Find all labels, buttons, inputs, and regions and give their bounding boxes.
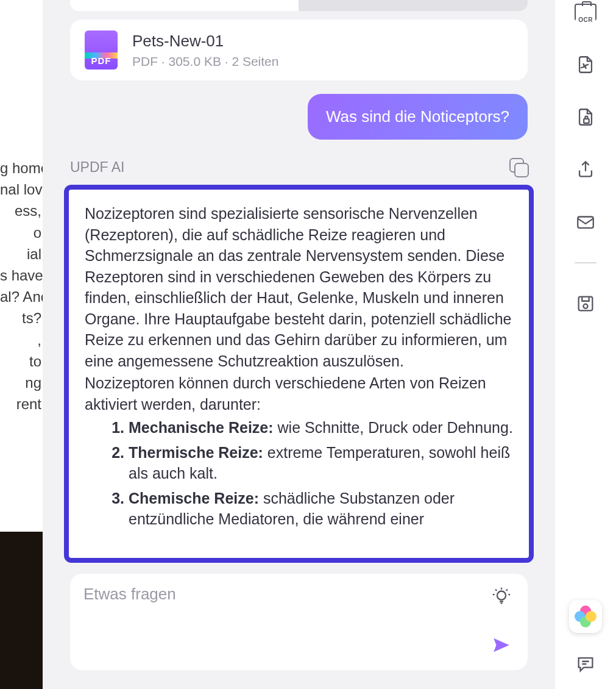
ai-label: UPDF AI (70, 159, 124, 176)
convert-file-icon[interactable] (573, 52, 598, 77)
document-text-fragment: ts? (0, 309, 43, 327)
document-text-fragment: to (0, 352, 43, 371)
pdf-icon: PDF (85, 30, 118, 70)
feedback-icon[interactable] (575, 654, 596, 677)
document-text-fragment: al? And (0, 287, 43, 306)
chat-input-placeholder: Etwas fragen (83, 585, 176, 603)
mail-icon[interactable] (573, 210, 598, 234)
document-text-fragment: , (0, 330, 43, 349)
answer-list-item-bold: Thermische Reize: (129, 444, 263, 461)
share-icon[interactable] (573, 157, 598, 182)
answer-paragraph: Nozizeptoren sind spezialisierte sensori… (85, 203, 513, 371)
right-toolbar (555, 0, 616, 689)
document-text-fragment: ess, (0, 201, 43, 220)
user-message: Was sind die Noticeptors? (308, 94, 528, 140)
file-name: Pets-New-01 (132, 32, 278, 51)
updf-brand-button[interactable] (569, 600, 602, 633)
tab-strip-fragment (55, 0, 543, 11)
ai-chat-panel: PDF Pets-New-01 PDF · 305.0 KB · 2 Seite… (43, 0, 555, 689)
svg-rect-1 (584, 119, 589, 123)
copy-icon[interactable] (509, 158, 528, 176)
answer-list-item-bold: Chemische Reize: (129, 490, 259, 507)
answer-paragraph: Nozizeptoren können durch verschiedene A… (85, 373, 513, 415)
ocr-button[interactable] (573, 0, 598, 24)
pdf-badge-text: PDF (85, 55, 118, 66)
answer-list-item: Thermische Reize: extreme Temperaturen, … (129, 442, 513, 484)
attached-file-card[interactable]: PDF Pets-New-01 PDF · 305.0 KB · 2 Seite… (70, 20, 528, 80)
chat-input[interactable]: Etwas fragen (70, 574, 528, 670)
send-icon[interactable] (491, 635, 512, 658)
document-text-fragment: o (0, 223, 43, 242)
file-meta: PDF · 305.0 KB · 2 Seiten (132, 54, 278, 69)
answer-list-item: Mechanische Reize: wie Schnitte, Druck o… (129, 417, 513, 438)
document-text-fragment: nal love (0, 180, 43, 199)
svg-point-0 (497, 591, 506, 600)
suggestion-icon[interactable] (491, 586, 512, 607)
toolbar-divider (575, 262, 597, 263)
answer-list-item-bold: Mechanische Reize: (129, 419, 274, 436)
lock-file-icon[interactable] (573, 105, 598, 129)
document-text-fragment: ial (0, 245, 43, 263)
document-preview-column: g homenal love ess,oial s haveal? Andts?… (0, 0, 43, 689)
answer-list-item: Chemische Reize: schädliche Substanzen o… (129, 488, 513, 530)
document-text-fragment: ng (0, 373, 43, 392)
document-text-fragment: g home (0, 159, 43, 177)
document-text-fragment: s have (0, 266, 43, 285)
svg-point-4 (583, 304, 587, 309)
save-icon[interactable] (573, 291, 598, 316)
document-image-fragment (0, 532, 43, 689)
svg-rect-2 (578, 217, 593, 228)
ai-answer: Nozizeptoren sind spezialisierte sensori… (64, 185, 534, 563)
document-text-fragment: rent (0, 394, 43, 413)
answer-list-item-text: wie Schnitte, Druck oder Dehnung. (274, 419, 513, 436)
